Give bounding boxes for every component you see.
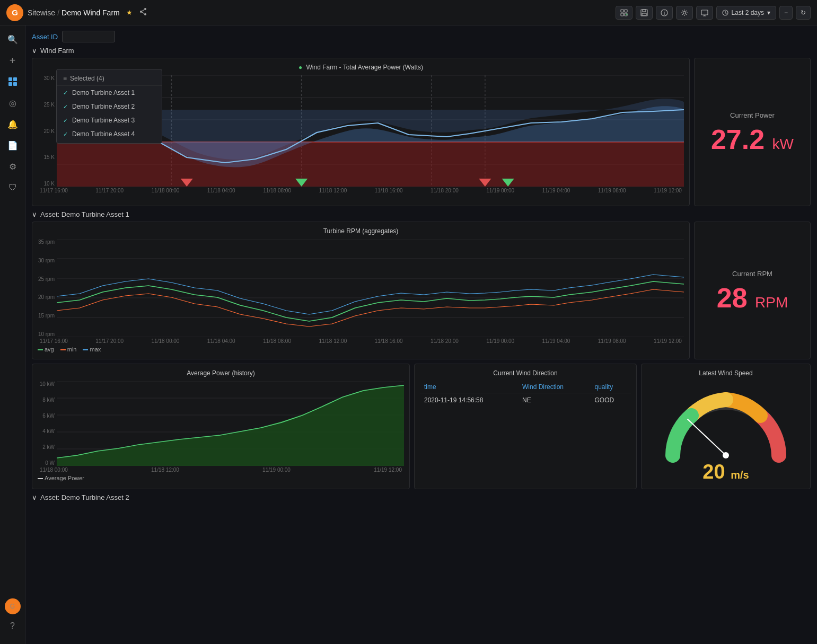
asset-id-label: Asset ID — [32, 33, 58, 41]
wind-farm-chevron: ∨ — [32, 47, 37, 55]
col-wind-direction[interactable]: Wind Direction — [518, 381, 591, 393]
current-power-label: Current Power — [730, 111, 775, 119]
rpm-x-labels: 11/17 16:00 11/17 20:00 11/18 00:00 11/1… — [38, 338, 684, 344]
dropdown-item-4[interactable]: ✓ Demo Turbine Asset 4 — [57, 127, 162, 141]
wind-table-row: 2020-11-19 14:56:58 NE GOOD — [420, 393, 631, 408]
svg-rect-11 — [643, 10, 646, 12]
breadcrumb-parent[interactable]: Sitewise — [28, 8, 55, 17]
asset2-section-header[interactable]: ∨ Asset: Demo Turbine Asset 2 — [32, 493, 811, 501]
wind-farm-section-header[interactable]: ∨ Wind Farm — [32, 47, 811, 55]
svg-rect-5 — [621, 10, 623, 12]
power-x-labels: 11/17 16:00 11/17 20:00 11/18 00:00 11/1… — [38, 188, 684, 193]
wind-direction-table: time Wind Direction quality 2020-11-19 1… — [420, 381, 631, 407]
bottom-panels: Average Power (history) 10 kW 8 kW 6 kW … — [32, 364, 811, 489]
svg-rect-7 — [621, 13, 623, 16]
svg-point-15 — [683, 11, 686, 14]
sidebar-item-help[interactable]: ? — [3, 616, 22, 636]
sidebar-item-dashboard[interactable] — [3, 72, 22, 91]
sidebar-item-search[interactable]: 🔍 — [3, 30, 22, 49]
svg-text:+: + — [625, 12, 628, 16]
asset-id-input[interactable] — [62, 31, 115, 42]
wind-speed-unit: m/s — [731, 469, 749, 481]
asset1-title: Asset: Demo Turbine Asset 1 — [40, 210, 129, 218]
avg-power-y-labels: 10 kW 8 kW 6 kW 4 kW 2 kW 0 W — [38, 381, 57, 466]
rpm-chart-panel: Turbine RPM (aggregates) 35 rpm 30 rpm 2… — [32, 222, 690, 359]
col-quality[interactable]: quality — [591, 381, 631, 393]
avg-power-legend: Average Power — [38, 475, 404, 481]
wind-farm-title: Wind Farm — [40, 47, 74, 55]
asset2-chevron: ∨ — [32, 493, 37, 501]
power-chart-dot: ● — [298, 64, 302, 71]
avg-power-title: Average Power (history) — [38, 369, 404, 377]
wind-direction-title: Current Wind Direction — [420, 369, 631, 377]
dropdown-item-1[interactable]: ✓ Demo Turbine Asset 1 — [57, 86, 162, 100]
svg-rect-19 — [13, 77, 17, 81]
favorite-star-icon[interactable]: ★ — [126, 8, 133, 16]
sidebar-item-target[interactable]: ◎ — [3, 93, 22, 112]
check-icon-4: ✓ — [63, 131, 68, 138]
asset1-section-header[interactable]: ∨ Asset: Demo Turbine Asset 1 — [32, 210, 811, 218]
wind-speed-panel: Latest Wind Speed — [641, 364, 811, 489]
avg-power-svg — [57, 381, 404, 466]
wind-speed-title: Latest Wind Speed — [699, 369, 752, 377]
svg-rect-33 — [57, 142, 684, 187]
share-icon[interactable] — [139, 7, 147, 17]
svg-point-0 — [144, 8, 146, 10]
wind-direction-panel: Current Wind Direction time Wind Directi… — [414, 364, 637, 489]
current-power-panel: Current Power 27.2 kW — [694, 58, 811, 206]
svg-rect-21 — [13, 82, 17, 86]
breadcrumb: Sitewise / Demo Wind Farm — [28, 8, 120, 17]
current-rpm-panel: Current RPM 28 RPM — [694, 222, 811, 359]
current-rpm-unit: RPM — [755, 294, 788, 311]
dropdown-header: ≡ Selected (4) — [57, 72, 162, 86]
save-button[interactable] — [636, 6, 653, 20]
current-rpm-value: 28 RPM — [717, 284, 788, 312]
app-logo: G — [6, 4, 23, 21]
svg-point-1 — [140, 11, 142, 13]
dropdown-selected-count: Selected (4) — [70, 75, 104, 82]
toolbar-right: + i Last 2 days ▾ − ↻ — [616, 6, 811, 20]
check-icon-2: ✓ — [63, 103, 68, 110]
svg-rect-18 — [8, 77, 12, 81]
sidebar-item-reports[interactable]: 📄 — [3, 136, 22, 155]
svg-text:i: i — [664, 10, 665, 16]
dropdown-item-3[interactable]: ✓ Demo Turbine Asset 3 — [57, 113, 162, 127]
check-icon-3: ✓ — [63, 117, 68, 124]
time-range-label: Last 2 days — [732, 9, 764, 16]
rpm-chart-title: Turbine RPM (aggregates) — [38, 227, 684, 235]
asset-dropdown: ≡ Selected (4) ✓ Demo Turbine Asset 1 ✓ … — [56, 69, 162, 144]
svg-line-3 — [142, 10, 144, 11]
svg-point-2 — [144, 13, 146, 15]
tv-button[interactable] — [696, 6, 713, 20]
svg-line-50 — [688, 419, 726, 455]
col-time[interactable]: time — [420, 381, 518, 393]
breadcrumb-separator: / — [57, 8, 59, 17]
time-range-selector[interactable]: Last 2 days ▾ — [716, 6, 776, 20]
svg-point-51 — [723, 452, 729, 458]
settings-button[interactable] — [676, 6, 693, 20]
add-panel-button[interactable]: + — [616, 6, 632, 20]
sidebar-item-user[interactable]: G — [5, 598, 21, 614]
info-button[interactable]: i — [656, 6, 673, 20]
wind-row-time: 2020-11-19 14:56:58 — [420, 393, 518, 408]
dropdown-item-2[interactable]: ✓ Demo Turbine Asset 2 — [57, 100, 162, 113]
svg-rect-12 — [642, 13, 646, 15]
sidebar-item-settings[interactable]: ⚙ — [3, 157, 22, 176]
current-power-unit: kW — [772, 136, 794, 152]
refresh-button[interactable]: ↻ — [796, 6, 811, 20]
power-y-labels: 30 K 25 K 20 K 15 K 10 K — [38, 75, 57, 187]
breadcrumb-current: Demo Wind Farm — [62, 8, 120, 17]
sidebar-item-security[interactable]: 🛡 — [3, 178, 22, 197]
main-content: Asset ID ≡ Selected (4) ✓ Demo Turbine A… — [25, 25, 817, 644]
asset2-title: Asset: Demo Turbine Asset 2 — [40, 493, 129, 501]
chevron-down-icon: ▾ — [767, 9, 770, 16]
zoom-out-button[interactable]: − — [779, 6, 793, 20]
current-rpm-label: Current RPM — [732, 270, 772, 278]
svg-rect-20 — [8, 82, 12, 86]
rpm-legend: avg min max — [38, 346, 684, 352]
sidebar-item-add[interactable]: + — [3, 51, 22, 70]
top-nav: G Sitewise / Demo Wind Farm ★ + i Last 2… — [0, 0, 817, 25]
sidebar-item-alerts[interactable]: 🔔 — [3, 114, 22, 134]
svg-rect-16 — [701, 10, 708, 15]
rpm-chart-row: Turbine RPM (aggregates) 35 rpm 30 rpm 2… — [32, 222, 811, 359]
